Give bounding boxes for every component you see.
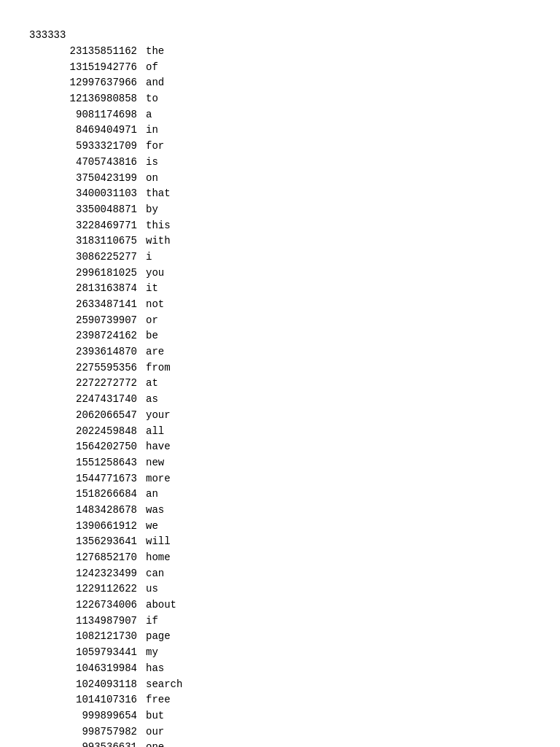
table-row: 998757982our xyxy=(29,724,531,740)
table-row: 2275595356from xyxy=(29,360,531,376)
row-number: 5933321709 xyxy=(29,139,146,155)
table-row: 1390661912we xyxy=(29,519,531,535)
row-word: free xyxy=(146,692,171,708)
row-word: can xyxy=(146,566,164,582)
row-word: for xyxy=(146,139,164,155)
table-row: 12136980858to xyxy=(29,91,531,107)
row-word: if xyxy=(146,614,158,630)
row-word: an xyxy=(146,487,158,503)
table-row: 3350048871by xyxy=(29,202,531,218)
row-word: our xyxy=(146,724,164,740)
table-row: 993536631one xyxy=(29,740,531,747)
row-number: 12136980858 xyxy=(29,91,146,107)
row-number: 2813163874 xyxy=(29,281,146,297)
row-word: with xyxy=(146,233,171,249)
row-number: 1226734006 xyxy=(29,597,146,614)
table-row: 1518266684an xyxy=(29,487,531,503)
header-label: 333333 xyxy=(29,29,66,41)
row-word: will xyxy=(146,534,171,550)
table-row: 2022459848all xyxy=(29,424,531,440)
data-table: 23135851162the13151942776of12997637966an… xyxy=(29,44,531,747)
row-number: 8469404971 xyxy=(29,123,146,139)
table-row: 1356293641will xyxy=(29,534,531,550)
row-number: 2275595356 xyxy=(29,360,146,376)
row-number: 1276852170 xyxy=(29,550,146,566)
row-number: 3350048871 xyxy=(29,202,146,218)
row-number: 2393614870 xyxy=(29,344,146,360)
row-word: and xyxy=(146,75,164,91)
row-number: 3228469771 xyxy=(29,218,146,234)
table-row: 1276852170home xyxy=(29,550,531,566)
row-word: your xyxy=(146,408,171,424)
row-word: a xyxy=(146,107,152,123)
table-row: 1226734006about xyxy=(29,597,531,614)
table-row: 2590739907or xyxy=(29,313,531,329)
table-row: 1242323499can xyxy=(29,566,531,582)
row-word: new xyxy=(146,455,164,471)
row-number: 3750423199 xyxy=(29,171,146,187)
row-word: more xyxy=(146,471,171,487)
table-row: 2813163874it xyxy=(29,281,531,297)
row-number: 1242323499 xyxy=(29,566,146,582)
row-word: by xyxy=(146,202,158,218)
row-number: 1564202750 xyxy=(29,439,146,455)
row-word: of xyxy=(146,60,158,76)
row-word: has xyxy=(146,661,164,677)
row-word: home xyxy=(146,550,171,566)
table-row: 3086225277i xyxy=(29,249,531,266)
table-row: 2398724162be xyxy=(29,328,531,344)
table-row: 2247431740as xyxy=(29,392,531,408)
row-word: to xyxy=(146,91,158,107)
row-word: my xyxy=(146,645,158,661)
row-word: have xyxy=(146,439,171,455)
row-word: we xyxy=(146,519,158,535)
row-word: all xyxy=(146,424,164,440)
row-number: 12997637966 xyxy=(29,75,146,91)
row-word: it xyxy=(146,281,158,297)
row-word: in xyxy=(146,123,158,139)
row-number: 13151942776 xyxy=(29,60,146,76)
row-number: 1356293641 xyxy=(29,534,146,550)
header-line: 333333 xyxy=(29,29,531,41)
table-row: 12997637966and xyxy=(29,75,531,91)
row-number: 1229112622 xyxy=(29,581,146,597)
table-row: 2633487141not xyxy=(29,297,531,313)
table-row: 1229112622us xyxy=(29,581,531,597)
row-number: 993536631 xyxy=(29,740,146,747)
row-word: page xyxy=(146,629,171,645)
table-row: 2996181025you xyxy=(29,266,531,282)
row-number: 3400031103 xyxy=(29,186,146,202)
row-word: on xyxy=(146,171,158,187)
table-row: 1564202750have xyxy=(29,439,531,455)
row-word: search xyxy=(146,677,182,693)
row-number: 2398724162 xyxy=(29,328,146,344)
row-number: 2247431740 xyxy=(29,392,146,408)
row-number: 1544771673 xyxy=(29,471,146,487)
table-row: 1014107316free xyxy=(29,692,531,708)
row-word: you xyxy=(146,266,164,282)
row-number: 1518266684 xyxy=(29,487,146,503)
row-number: 1134987907 xyxy=(29,614,146,630)
table-row: 5933321709for xyxy=(29,139,531,155)
row-number: 1059793441 xyxy=(29,645,146,661)
row-number: 1024093118 xyxy=(29,677,146,693)
table-row: 3750423199on xyxy=(29,171,531,187)
row-number: 23135851162 xyxy=(29,44,146,60)
table-row: 4705743816is xyxy=(29,155,531,171)
table-row: 23135851162the xyxy=(29,44,531,60)
row-number: 9081174698 xyxy=(29,107,146,123)
row-number: 2272272772 xyxy=(29,376,146,392)
row-word: about xyxy=(146,597,176,614)
row-number: 2590739907 xyxy=(29,313,146,329)
row-word: this xyxy=(146,218,171,234)
row-word: not xyxy=(146,297,164,313)
table-row: 8469404971in xyxy=(29,123,531,139)
row-word: one xyxy=(146,740,164,747)
row-number: 2633487141 xyxy=(29,297,146,313)
row-word: us xyxy=(146,581,158,597)
row-number: 3183110675 xyxy=(29,233,146,249)
table-row: 1483428678was xyxy=(29,503,531,519)
row-word: are xyxy=(146,344,164,360)
row-word: or xyxy=(146,313,158,329)
row-word: that xyxy=(146,186,171,202)
